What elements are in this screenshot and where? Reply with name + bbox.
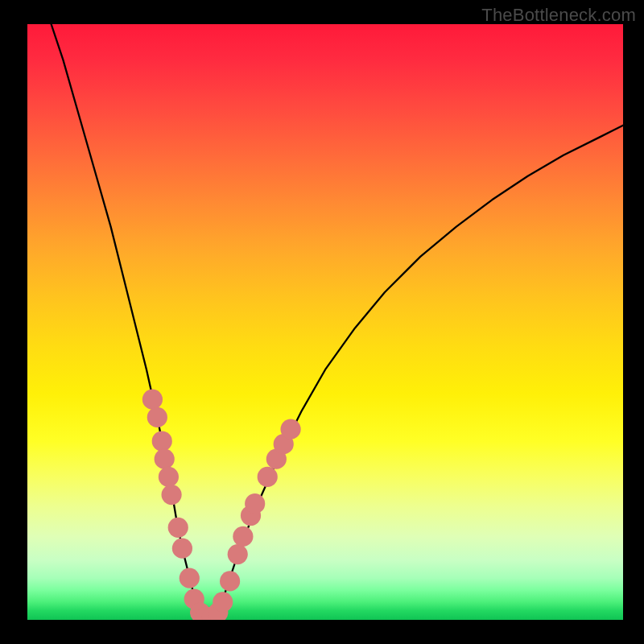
data-point <box>152 431 172 451</box>
plot-area <box>27 24 623 620</box>
bottleneck-curve <box>52 24 623 617</box>
data-point <box>142 390 163 410</box>
data-point <box>281 419 301 440</box>
data-point <box>159 467 179 487</box>
data-point <box>180 568 200 588</box>
data-point <box>220 571 240 591</box>
data-point <box>258 467 278 487</box>
data-point <box>155 449 175 469</box>
highlighted-points <box>142 390 301 620</box>
data-point <box>213 592 233 612</box>
watermark-text: TheBottleneck.com <box>481 5 636 26</box>
data-point <box>147 407 167 427</box>
data-point <box>228 544 248 564</box>
data-point <box>233 526 253 547</box>
data-point <box>162 485 182 505</box>
chart-frame: TheBottleneck.com <box>0 0 644 644</box>
chart-overlay <box>27 24 623 620</box>
data-point <box>172 539 192 559</box>
data-point <box>245 493 265 514</box>
data-point <box>168 518 188 538</box>
